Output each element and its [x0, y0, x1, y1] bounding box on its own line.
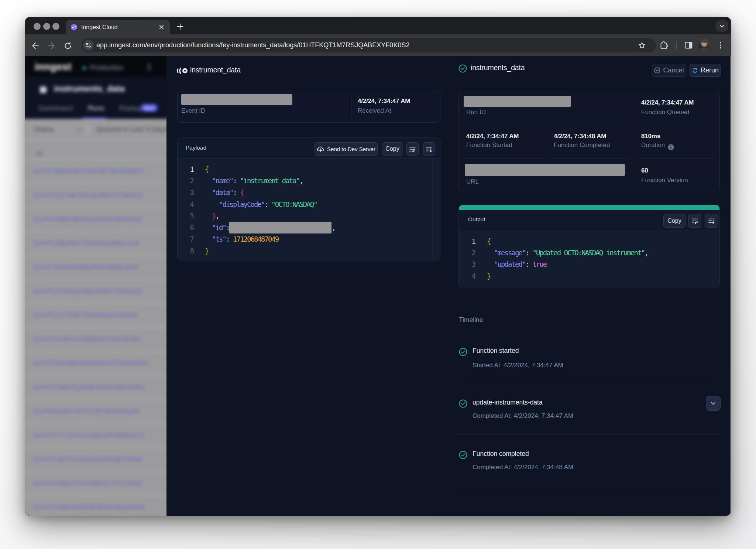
step-success-icon [459, 451, 467, 459]
run-row[interactable]: 01HTFKQT1M7RSJQABEXYF0K0S2 [25, 183, 166, 207]
queued-filter-chevron-icon [164, 128, 166, 132]
tab-title: Inngest Cloud [81, 24, 158, 31]
event-id-label: Event ID [181, 107, 205, 115]
payload-scroll-bottom-button[interactable] [423, 142, 435, 156]
tab-dashboard[interactable]: Dashboard [38, 104, 73, 112]
traffic-light-zoom[interactable] [52, 23, 59, 30]
profile-avatar[interactable] [698, 39, 710, 51]
status-filter-chevron-icon [77, 128, 82, 132]
env-sort-icon [146, 63, 152, 71]
run-row[interactable]: 01HTFJ7DA6Q23BSJWNHTE8Q2Q0 [25, 279, 166, 303]
grid-divider [546, 128, 546, 156]
runs-table: Status Queued in Last 3 Days ID 01HTFN86… [25, 119, 166, 516]
rerun-button-label: Rerun [701, 67, 719, 74]
payload-label: Payload [186, 144, 206, 151]
output-code[interactable]: 1{2"message": "Updated OCTO:NASDAQ instr… [459, 230, 719, 288]
event-card-divider [351, 94, 351, 119]
run-row[interactable]: 01HTFHXGR0CWNH6WYET3NAVGRC [25, 351, 166, 375]
timeline-divider [458, 434, 720, 435]
status-filter[interactable]: Status [34, 125, 54, 133]
payload-header: Payload Send to Dev Server Copy [178, 137, 440, 158]
run-row[interactable]: 01HTFCW27CZ2X3AZM75QEYN49F [25, 447, 166, 471]
bookmark-star-icon[interactable] [638, 41, 646, 50]
output-wrap-button[interactable] [688, 214, 701, 228]
timeline-item-meta: Completed At: 4/2/2024, 7:34:48 AM [472, 464, 573, 471]
payload-wrap-button[interactable] [406, 142, 419, 156]
timeline-top-divider [458, 304, 720, 304]
new-badge: New [141, 104, 158, 112]
browser-window: Inngest Cloud app.inngest.com/env/produc… [25, 17, 731, 516]
event-panel: instrument_data Event ID 4/2/24, 7:34:47… [166, 56, 449, 516]
grid-divider [463, 158, 546, 159]
timeline-item-title: update-instruments-data [472, 399, 543, 406]
url-text[interactable]: app.inngest.com/env/production/functions… [96, 41, 409, 49]
run-success-icon [458, 64, 467, 73]
timeline-item-meta: Completed At: 4/2/2024, 7:34:47 AM [472, 412, 573, 420]
run-id-label: Run ID [466, 109, 486, 116]
back-button[interactable] [31, 41, 40, 51]
run-panel: instruments_data Cancel Rerun Run ID 4/2… [449, 56, 731, 516]
output-copy-button[interactable]: Copy [663, 214, 685, 228]
run-row[interactable]: 01HTFJ1C7FHF7RVN051G3Y0253 [25, 303, 166, 327]
circle-minus-icon [654, 67, 660, 74]
browser-toolbar: app.inngest.com/env/production/functions… [25, 34, 731, 56]
chevron-down-icon [719, 23, 725, 29]
step-expand-button[interactable] [706, 396, 721, 411]
duration-info-icon[interactable] [667, 144, 674, 151]
inngest-favicon [71, 24, 78, 31]
forward-button[interactable] [47, 41, 56, 51]
run-row[interactable]: 01HTFJ3B1PB27EWGK5Z086JYC8 [25, 231, 166, 255]
completed-value: 4/2/24, 7:34:48 AM [554, 133, 606, 140]
app-content: inngest Production instruments_data Dash… [25, 56, 731, 516]
tab-search-button[interactable] [716, 20, 728, 32]
run-row[interactable]: 01HTFJ94HVE0BQ48AP4DM13E9T [25, 255, 166, 279]
cancel-button[interactable]: Cancel [652, 64, 686, 77]
received-at-value: 4/2/24, 7:34:47 AM [358, 98, 410, 105]
url-bar[interactable]: app.inngest.com/env/production/functions… [81, 38, 656, 52]
grid-divider [641, 125, 715, 125]
output-copy-label: Copy [667, 218, 681, 224]
run-row[interactable]: 01HTFKMBPMD0ZAJ4AG04KD3A02 [25, 207, 166, 231]
scrollbar[interactable] [730, 56, 731, 516]
run-row[interactable]: 01HTFCYYZ0YGYGDKJVP82NKXCZ [25, 423, 166, 447]
rerun-refresh-icon [692, 67, 698, 74]
new-tab-button[interactable] [175, 22, 185, 31]
tab-runs[interactable]: Runs [88, 104, 104, 112]
browser-tabstrip: Inngest Cloud [25, 17, 731, 34]
timeline-item-title: Function completed [472, 450, 529, 458]
tab-replay[interactable]: Replay [119, 104, 141, 112]
copy-button-label: Copy [385, 146, 399, 152]
run-row[interactable]: 01HTFC5QG7ZYVXNZVC7VT124K6 [25, 471, 166, 495]
queued-filter[interactable]: Queued in Last 3 Days [96, 125, 166, 133]
send-to-dev-server-button[interactable]: Send to Dev Server [315, 142, 378, 156]
run-row[interactable]: 01HTFEG3FVJP7FZJP7EASXN3JR [25, 399, 166, 423]
rerun-button[interactable]: Rerun [690, 64, 721, 77]
run-row[interactable]: 01HTFN86XV8CXW87657W7E3WDY [25, 159, 166, 183]
extensions-icon[interactable] [660, 41, 669, 50]
payload-code[interactable]: 1{2"name": "instrument_data",3"data": {4… [178, 158, 440, 261]
sidebar-function-header: instruments_data Dashboard Runs Replay N… [25, 77, 166, 119]
menu-kebab-icon[interactable] [717, 41, 724, 50]
output-scroll-bottom-button[interactable] [705, 214, 718, 228]
tab-close-icon[interactable] [158, 24, 165, 30]
run-details-card: Run ID 4/2/24, 7:34:47 AM Function Queue… [458, 91, 720, 191]
payload-copy-button[interactable]: Copy [382, 142, 403, 156]
traffic-light-minimize[interactable] [43, 23, 50, 30]
traffic-light-close[interactable] [34, 23, 41, 30]
received-at-label: Received At [358, 107, 391, 115]
filter-separator [87, 124, 88, 137]
browser-tab[interactable]: Inngest Cloud [66, 20, 170, 34]
chevron-down-icon [710, 400, 717, 407]
scroll-to-bottom-icon [426, 146, 433, 153]
reload-button[interactable] [63, 41, 73, 51]
site-settings-icon[interactable] [83, 40, 94, 51]
grid-divider [634, 96, 634, 187]
run-row[interactable]: 01HTFHYWF32T5B9HGT01F5BTBJ [25, 327, 166, 351]
side-panel-icon[interactable] [684, 41, 693, 50]
env-selector[interactable]: Production [90, 64, 124, 72]
step-success-icon [459, 348, 467, 356]
run-row[interactable]: 01HTFCR9K4PQP0R6PZK3MQNAX8 [25, 495, 166, 516]
output-success-accent [459, 205, 719, 210]
timeline-divider [458, 493, 720, 493]
run-row[interactable]: 01HTFG38KPQ5R9E4A81GBRARRN [25, 375, 166, 399]
